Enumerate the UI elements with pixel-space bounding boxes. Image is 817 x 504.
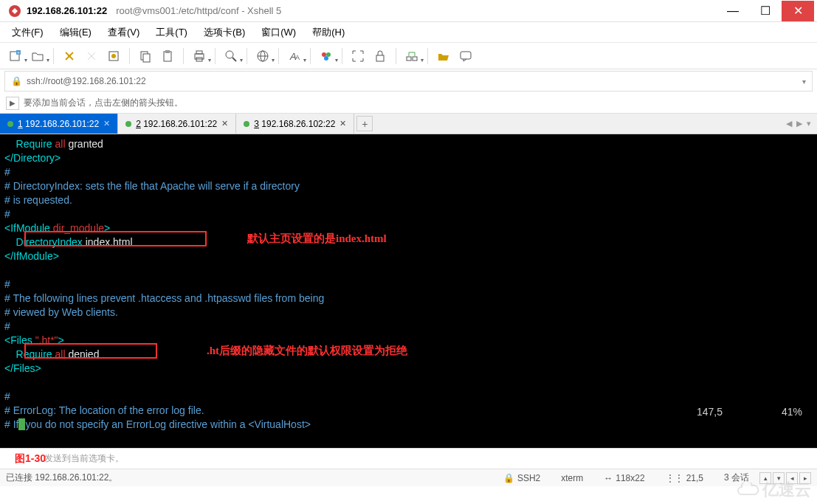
session-tab-2[interactable]: 2 192.168.26.101:22 ✕	[118, 114, 236, 134]
menu-help[interactable]: 帮助(H)	[308, 23, 349, 42]
transfer-icon[interactable]: ▾	[402, 46, 421, 66]
svg-rect-27	[461, 52, 471, 59]
xftp-icon[interactable]	[434, 46, 453, 66]
find-icon[interactable]: ▾	[221, 46, 241, 66]
figure-label: 图1-30	[15, 452, 46, 466]
svg-rect-25	[407, 57, 411, 61]
fullscreen-icon[interactable]	[348, 46, 368, 66]
lock-icon[interactable]	[370, 46, 390, 66]
svg-point-6	[111, 54, 116, 58]
menu-view[interactable]: 查看(V)	[103, 23, 144, 42]
svg-point-22	[326, 52, 331, 57]
annotation-2: .ht后缀的隐藏文件的默认权限设置为拒绝	[207, 344, 407, 358]
tab-prev-icon[interactable]: ◀	[786, 119, 792, 128]
close-button[interactable]: ✕	[782, 1, 814, 21]
toolbar: +▾ ▾ ▾ ▾ ▾ AA▾ ▾ ▾	[0, 43, 817, 69]
status-dot-icon	[7, 121, 13, 127]
menu-file[interactable]: 文件(F)	[7, 23, 48, 42]
chat-icon[interactable]	[456, 46, 475, 66]
watermark: 亿速云	[736, 479, 811, 501]
tab-close-icon[interactable]: ✕	[339, 119, 346, 128]
window-titlebar: 192.168.26.101:22 root@vms001:/etc/httpd…	[0, 0, 817, 22]
tab-close-icon[interactable]: ✕	[103, 119, 110, 128]
tab-bar: 1 192.168.26.101:22 ✕ 2 192.168.26.101:2…	[0, 114, 817, 134]
session-tab-3[interactable]: 3 192.168.26.102:22 ✕	[236, 114, 354, 134]
tab-close-icon[interactable]: ✕	[221, 119, 228, 128]
command-input-bar[interactable]: 图1-30 发送到当前选项卡。	[0, 448, 817, 469]
input-hint: 发送到当前选项卡。	[44, 452, 124, 465]
title-path: root@vms001:/etc/httpd/conf - Xshell 5	[116, 5, 281, 16]
add-session-arrow-icon[interactable]: ▶	[6, 97, 19, 110]
tab-next-icon[interactable]: ▶	[796, 119, 802, 128]
svg-line-15	[232, 58, 236, 61]
menu-tabs[interactable]: 选项卡(B)	[199, 23, 249, 42]
copy-icon[interactable]	[136, 46, 155, 66]
minimize-button[interactable]: ―	[717, 1, 749, 21]
menubar: 文件(F) 编辑(E) 查看(V) 工具(T) 选项卡(B) 窗口(W) 帮助(…	[0, 22, 817, 43]
status-dot-icon	[125, 121, 131, 127]
address-dropdown-icon[interactable]: ▾	[802, 77, 806, 86]
font-icon[interactable]: AA▾	[285, 46, 304, 66]
lock-small-icon: 🔒	[11, 76, 22, 86]
status-cursor: ⋮⋮ 21,5	[666, 473, 703, 483]
new-session-icon[interactable]: +▾	[6, 46, 25, 66]
svg-rect-26	[413, 57, 417, 61]
color-icon[interactable]: ▾	[317, 46, 336, 66]
encoding-icon[interactable]: ▾	[253, 46, 272, 66]
annotation-1: 默认主页设置的是index.html	[247, 232, 387, 246]
maximize-button[interactable]: ☐	[749, 1, 782, 21]
svg-point-21	[322, 52, 326, 57]
status-dot-icon	[244, 121, 249, 127]
status-proto: 🔒 SSH2	[503, 473, 540, 483]
status-connected: 已连接 192.168.26.101:22。	[6, 472, 117, 484]
properties-icon[interactable]	[104, 46, 123, 66]
svg-rect-12	[196, 51, 202, 54]
svg-rect-8	[143, 54, 150, 62]
open-icon[interactable]: ▾	[28, 46, 47, 66]
add-tab-button[interactable]: +	[356, 116, 373, 131]
tab-nav: ◀ ▶ ▾	[780, 114, 817, 134]
svg-point-4	[68, 55, 71, 58]
app-icon	[7, 4, 22, 18]
vim-status: 147,541%	[672, 391, 802, 433]
terminal-output[interactable]: Require all granted</Directory>## Direct…	[0, 134, 817, 448]
menu-edit[interactable]: 编辑(E)	[55, 23, 96, 42]
menu-window[interactable]: 窗口(W)	[257, 23, 300, 42]
status-size: ↔ 118x22	[604, 473, 644, 483]
tab-list-icon[interactable]: ▾	[807, 119, 811, 128]
svg-point-23	[324, 56, 328, 61]
svg-rect-24	[376, 55, 384, 61]
menu-tools[interactable]: 工具(T)	[151, 23, 192, 42]
svg-text:+: +	[17, 50, 20, 55]
paste-icon[interactable]	[158, 46, 177, 66]
print-icon[interactable]: ▾	[190, 46, 209, 66]
address-url: ssh://root@192.168.26.101:22	[27, 76, 146, 86]
status-term: xterm	[561, 473, 583, 483]
reconnect-icon[interactable]	[60, 46, 79, 66]
status-bar: 已连接 192.168.26.101:22。 🔒 SSH2 xterm ↔ 11…	[0, 469, 817, 486]
svg-rect-10	[165, 50, 170, 53]
address-bar[interactable]: 🔒 ssh://root@192.168.26.101:22 ▾	[4, 71, 813, 92]
svg-text:A: A	[295, 54, 300, 61]
session-tab-1[interactable]: 1 192.168.26.101:22 ✕	[0, 114, 118, 134]
disconnect-icon[interactable]	[82, 46, 101, 66]
info-text: 要添加当前会话，点击左侧的箭头按钮。	[24, 97, 183, 109]
svg-point-14	[226, 51, 233, 58]
title-ip: 192.168.26.101:22	[27, 5, 107, 16]
info-bar: ▶ 要添加当前会话，点击左侧的箭头按钮。	[0, 93, 817, 114]
